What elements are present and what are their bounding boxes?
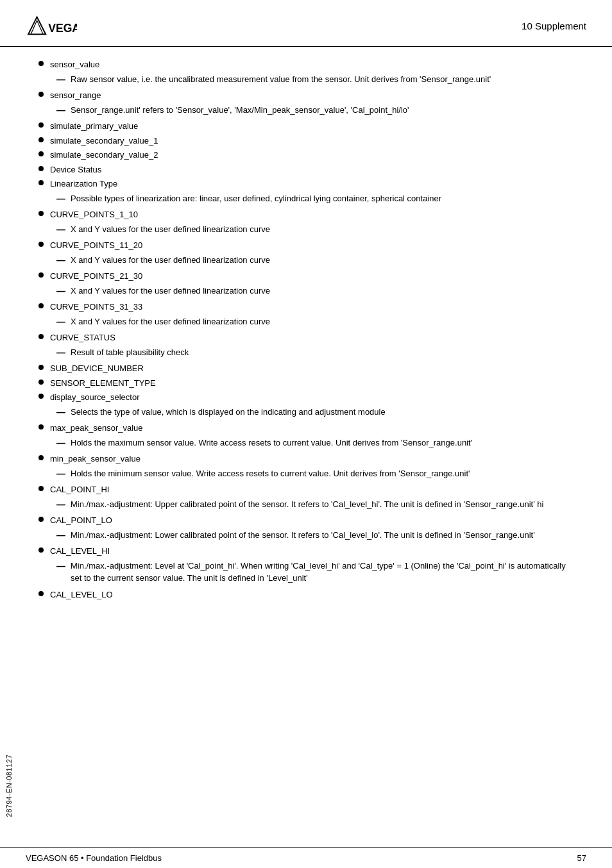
bullet-icon [38,180,44,185]
bullet-icon [38,424,44,430]
bullet-icon [38,61,44,66]
logo-area: VEGA [26,12,77,40]
dash-icon: — [56,194,65,204]
item-label: min_peak_sensor_value [50,453,574,465]
item-label: max_peak_sensor_value [50,422,574,435]
bullet-icon [38,303,44,308]
bullet-icon [38,137,44,142]
dash-icon: — [56,105,65,115]
dash-icon: — [56,499,65,510]
dash-icon: — [56,286,65,296]
list-item: CURVE_POINTS_31_33 [38,301,574,313]
bullet-icon [38,242,44,247]
item-description: Sensor_range.unit' refers to 'Sensor_val… [71,104,574,117]
bullet-icon [38,272,44,278]
dash-icon: — [56,255,65,265]
bullet-icon [38,122,44,128]
list-item: min_peak_sensor_value [38,453,574,465]
list-item: SENSOR_ELEMENT_TYPE [38,377,574,390]
item-label: SUB_DEVICE_NUMBER [50,362,574,375]
list-item: sensor_value [38,58,574,71]
item-label: sensor_value [50,58,574,71]
dash-icon: — [56,347,65,358]
item-description: Min./max.-adjustment: Lower calibrated p… [71,529,574,542]
list-item: —Min./max.-adjustment: Lower calibrated … [56,529,574,542]
bullet-icon [38,334,44,339]
dash-icon: — [56,469,65,479]
bullet-icon [38,365,44,370]
list-item: CAL_POINT_LO [38,514,574,527]
item-description: Holds the minimum sensor value. Write ac… [71,467,574,480]
bullet-icon [38,211,44,216]
list-item: simulate_secondary_value_1 [38,135,574,147]
item-description: X and Y values for the user defined line… [71,223,574,236]
list-item: CAL_POINT_HI [38,483,574,496]
item-description: Holds the maximum sensor value. Write ac… [71,437,574,449]
list-item: max_peak_sensor_value [38,422,574,435]
bullet-icon [38,591,44,596]
item-description: Raw sensor value, i.e. the uncalibrated … [71,73,574,86]
item-list: sensor_value—Raw sensor value, i.e. the … [38,58,574,601]
item-label: CAL_LEVEL_LO [50,588,574,601]
list-item: simulate_secondary_value_2 [38,149,574,162]
list-item: SUB_DEVICE_NUMBER [38,362,574,375]
item-label: display_source_selector [50,391,574,404]
list-item: —Holds the maximum sensor value. Write a… [56,437,574,449]
item-label: sensor_range [50,89,574,102]
section-title: 10 Supplement [522,21,586,31]
dash-icon: — [56,224,65,235]
list-item: CAL_LEVEL_LO [38,588,574,601]
dash-icon: — [56,317,65,327]
item-label: CAL_POINT_LO [50,514,574,527]
list-item: —Raw sensor value, i.e. the uncalibrated… [56,73,574,86]
bullet-icon [38,547,44,553]
item-label: CAL_LEVEL_HI [50,545,574,558]
list-item: —Selects the type of value, which is dis… [56,406,574,419]
list-item: CURVE_POINTS_11_20 [38,239,574,252]
footer-page: 57 [577,853,586,863]
list-item: display_source_selector [38,391,574,404]
page: VEGA 10 Supplement 28794-EN-081127 senso… [0,0,612,868]
dash-icon: — [56,438,65,448]
bullet-icon [38,380,44,385]
dash-icon: — [56,561,65,571]
item-label: simulate_primary_value [50,120,574,133]
vega-logo: VEGA [26,12,77,40]
list-item: CURVE_POINTS_21_30 [38,270,574,283]
list-item: —Result of table plausibility check [56,346,574,359]
bullet-icon [38,394,44,399]
item-label: CURVE_POINTS_1_10 [50,208,574,221]
bullet-icon [38,455,44,460]
bullet-icon [38,486,44,491]
list-item: —X and Y values for the user defined lin… [56,223,574,236]
item-description: Possible types of linearization are: lin… [71,192,574,205]
item-description: Selects the type of value, which is disp… [71,406,574,419]
footer-product: VEGASON 65 • Foundation Fieldbus [26,853,162,863]
list-item: Device Status [38,163,574,176]
svg-text:VEGA: VEGA [48,22,77,35]
item-label: SENSOR_ELEMENT_TYPE [50,377,574,390]
bullet-icon [38,151,44,156]
bullet-icon [38,92,44,97]
item-label: Device Status [50,163,574,176]
item-label: CAL_POINT_HI [50,483,574,496]
main-content: sensor_value—Raw sensor value, i.e. the … [0,49,612,641]
svg-marker-0 [28,17,46,34]
item-description: X and Y values for the user defined line… [71,254,574,267]
list-item: CAL_LEVEL_HI [38,545,574,558]
list-item: —X and Y values for the user defined lin… [56,285,574,297]
bullet-icon [38,517,44,522]
list-item: Linearization Type [38,178,574,190]
list-item: CURVE_STATUS [38,331,574,344]
item-description: Result of table plausibility check [71,346,574,359]
page-header: VEGA 10 Supplement [0,0,612,47]
list-item: simulate_primary_value [38,120,574,133]
item-label: Linearization Type [50,178,574,190]
item-label: CURVE_STATUS [50,331,574,344]
dash-icon: — [56,74,65,85]
list-item: —Possible types of linearization are: li… [56,192,574,205]
item-label: CURVE_POINTS_11_20 [50,239,574,252]
item-description: X and Y values for the user defined line… [71,315,574,328]
list-item: —Min./max.-adjustment: Upper calibrated … [56,498,574,511]
list-item: CURVE_POINTS_1_10 [38,208,574,221]
